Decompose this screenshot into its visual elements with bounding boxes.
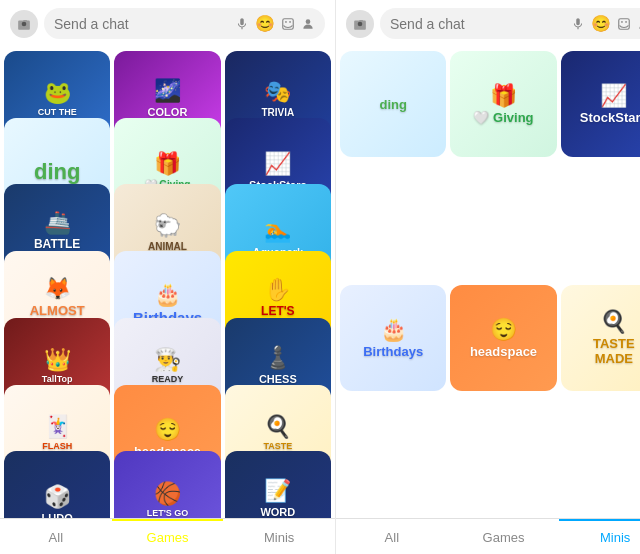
right-games-grid: ding 🎁 🤍 Giving 📈 StockStars 🎂 Birthdays… — [336, 47, 640, 518]
left-tab-games[interactable]: Games — [112, 519, 224, 554]
left-search-row: 😊 — [0, 0, 335, 47]
left-sticker-icon[interactable] — [281, 17, 295, 31]
left-tab-bar: All Games Minis — [0, 518, 335, 554]
right-game-stockstars-r[interactable]: 📈 StockStars — [561, 51, 640, 157]
right-game-ding-r[interactable]: ding — [340, 51, 446, 157]
left-game-ludo[interactable]: 🎲 LUDO — [4, 451, 110, 518]
right-tab-all[interactable]: All — [336, 519, 448, 554]
right-camera-icon[interactable] — [346, 10, 374, 38]
right-game-giving-r[interactable]: 🎁 🤍 Giving — [450, 51, 556, 157]
svg-point-8 — [625, 21, 627, 23]
right-game-headspace-r[interactable]: 😌 headspace — [450, 285, 556, 391]
left-games-grid: 🐸 CUT THE ROPE 🏆 🌌 COLOR GALAXY 👥 🎭 TRIV… — [0, 47, 335, 518]
svg-point-2 — [285, 21, 287, 23]
right-tab-bar: All Games Minis — [336, 518, 640, 554]
svg-point-4 — [306, 19, 311, 24]
svg-point-7 — [621, 21, 623, 23]
left-tab-all[interactable]: All — [0, 519, 112, 554]
right-tab-games[interactable]: Games — [448, 519, 560, 554]
left-search-bar[interactable]: 😊 — [44, 8, 325, 39]
left-camera-icon[interactable] — [10, 10, 38, 38]
right-search-bar[interactable]: 😊 — [380, 8, 640, 39]
right-search-input[interactable] — [390, 16, 565, 32]
right-search-row: 😊 — [336, 0, 640, 47]
right-game-tastemade-r[interactable]: 🍳 TASTE MADE — [561, 285, 640, 391]
left-tab-minis[interactable]: Minis — [223, 519, 335, 554]
left-mic-icon[interactable] — [235, 17, 249, 31]
right-tab-minis[interactable]: Minis — [559, 519, 640, 554]
right-game-birthdays-r[interactable]: 🎂 Birthdays — [340, 285, 446, 391]
right-sticker-icon[interactable] — [617, 17, 631, 31]
left-bitmoji-icon[interactable] — [301, 17, 315, 31]
left-game-word-blitz[interactable]: 📝 WORD BLITZ — [225, 451, 331, 518]
left-emoji-icon[interactable]: 😊 — [255, 14, 275, 33]
svg-point-3 — [289, 21, 291, 23]
left-panel: 😊 🐸 CUT THE ROPE 🏆 🌌 COLOR GALAXY 👥 — [0, 0, 336, 554]
right-mic-icon[interactable] — [571, 17, 585, 31]
left-search-input[interactable] — [54, 16, 229, 32]
right-emoji-icon[interactable]: 😊 — [591, 14, 611, 33]
left-game-hoops[interactable]: 🏀 LET'S GO HOOPS! — [114, 451, 220, 518]
right-panel: 😊 ding 🎁 🤍 Giving 📈 StockStars — [336, 0, 640, 554]
